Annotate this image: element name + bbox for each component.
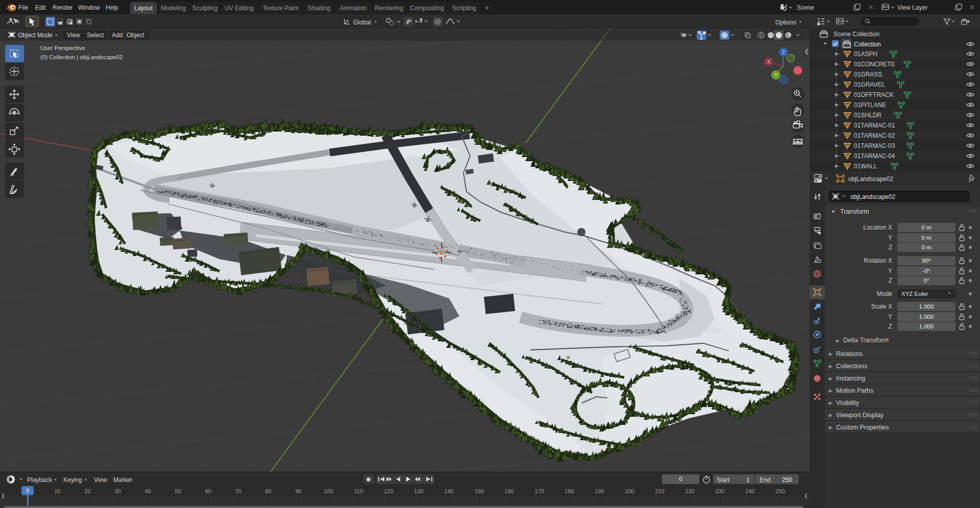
svg-text:Z: Z bbox=[782, 49, 785, 55]
svg-text:X: X bbox=[767, 59, 771, 65]
svg-text:Y: Y bbox=[774, 72, 778, 78]
